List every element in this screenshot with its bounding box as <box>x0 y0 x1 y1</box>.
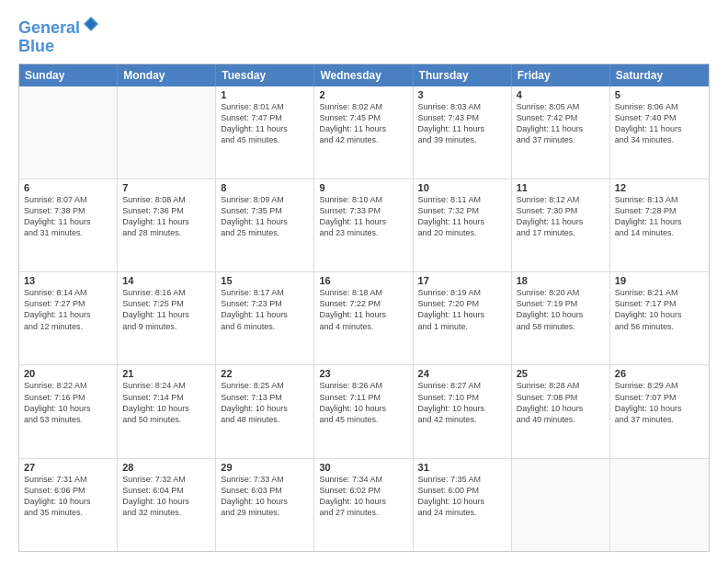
day-number: 20 <box>24 368 112 379</box>
cell-line: Sunrise: 8:05 AM <box>517 101 605 112</box>
calendar-cell: 18Sunrise: 8:20 AMSunset: 7:19 PMDayligh… <box>512 272 610 364</box>
cell-line: Sunrise: 8:07 AM <box>24 194 112 205</box>
cell-line: Daylight: 11 hours <box>615 216 704 227</box>
day-number: 14 <box>122 275 210 286</box>
calendar-cell <box>19 86 118 178</box>
cell-line: Daylight: 11 hours <box>122 309 210 320</box>
cell-line: Sunrise: 8:08 AM <box>122 194 210 205</box>
cell-line: and 4 minutes. <box>319 321 407 332</box>
cell-line: Sunset: 7:33 PM <box>319 205 407 216</box>
cell-line: and 34 minutes. <box>615 134 704 145</box>
cell-line: and 29 minutes. <box>221 507 309 518</box>
cell-line: and 24 minutes. <box>418 507 506 518</box>
cell-line: Daylight: 11 hours <box>319 123 407 134</box>
day-number: 24 <box>418 368 506 379</box>
weekday-header: Wednesday <box>314 64 413 86</box>
cell-line: Daylight: 11 hours <box>319 216 407 227</box>
calendar-cell: 20Sunrise: 8:22 AMSunset: 7:16 PMDayligh… <box>19 365 118 457</box>
cell-line: and 1 minute. <box>418 321 506 332</box>
day-number: 5 <box>615 89 704 100</box>
day-number: 18 <box>517 275 605 286</box>
calendar-cell: 30Sunrise: 7:34 AMSunset: 6:02 PMDayligh… <box>314 459 413 551</box>
cell-line: Sunset: 7:36 PM <box>122 205 210 216</box>
cell-line: and 45 minutes. <box>221 134 309 145</box>
cell-line: Sunrise: 8:03 AM <box>418 101 506 112</box>
cell-line: Sunrise: 8:21 AM <box>615 287 704 298</box>
calendar-cell <box>610 459 709 551</box>
cell-line: Sunset: 7:10 PM <box>418 392 506 403</box>
cell-line: Sunset: 7:45 PM <box>319 112 407 123</box>
calendar-cell: 10Sunrise: 8:11 AMSunset: 7:32 PMDayligh… <box>414 179 512 271</box>
day-number: 1 <box>221 89 309 100</box>
cell-line: Sunrise: 7:32 AM <box>122 474 210 485</box>
day-number: 15 <box>221 275 309 286</box>
day-number: 10 <box>418 182 506 193</box>
cell-line: Sunset: 7:30 PM <box>517 205 605 216</box>
day-number: 16 <box>319 275 407 286</box>
cell-line: Sunset: 7:22 PM <box>319 298 407 309</box>
calendar-cell: 8Sunrise: 8:09 AMSunset: 7:35 PMDaylight… <box>216 179 314 271</box>
cell-line: Sunrise: 7:34 AM <box>319 474 407 485</box>
cell-line: and 17 minutes. <box>517 227 605 238</box>
cell-line: Sunrise: 8:17 AM <box>221 287 309 298</box>
cell-line: and 31 minutes. <box>24 227 112 238</box>
calendar-cell: 26Sunrise: 8:29 AMSunset: 7:07 PMDayligh… <box>610 365 709 457</box>
cell-line: Daylight: 11 hours <box>221 309 309 320</box>
cell-line: Sunset: 7:32 PM <box>418 205 506 216</box>
cell-line: Daylight: 10 hours <box>319 496 407 507</box>
cell-line: and 48 minutes. <box>221 414 309 425</box>
calendar-cell: 22Sunrise: 8:25 AMSunset: 7:13 PMDayligh… <box>216 365 314 457</box>
cell-line: Daylight: 10 hours <box>615 309 704 320</box>
cell-line: Daylight: 10 hours <box>517 403 605 414</box>
cell-line: Sunset: 7:40 PM <box>615 112 704 123</box>
cell-line: Sunset: 7:08 PM <box>517 392 605 403</box>
cell-line: Daylight: 10 hours <box>517 309 605 320</box>
cell-line: Sunset: 7:20 PM <box>418 298 506 309</box>
day-number: 29 <box>221 462 309 473</box>
cell-line: Sunset: 7:19 PM <box>517 298 605 309</box>
day-number: 31 <box>418 462 506 473</box>
cell-line: and 39 minutes. <box>418 134 506 145</box>
day-number: 23 <box>319 368 407 379</box>
logo-icon <box>82 15 100 33</box>
page: General Blue SundayMondayTuesdayWednesda… <box>0 0 728 563</box>
cell-line: and 40 minutes. <box>517 414 605 425</box>
cell-line: Sunrise: 8:01 AM <box>221 101 309 112</box>
cell-line: and 42 minutes. <box>319 134 407 145</box>
cell-line: Daylight: 10 hours <box>24 496 112 507</box>
day-number: 3 <box>418 89 506 100</box>
calendar-week-row: 6Sunrise: 8:07 AMSunset: 7:38 PMDaylight… <box>19 178 709 271</box>
cell-line: Sunrise: 8:26 AM <box>319 380 407 391</box>
cell-line: Sunrise: 8:16 AM <box>122 287 210 298</box>
cell-line: Sunrise: 8:13 AM <box>615 194 704 205</box>
calendar-cell: 9Sunrise: 8:10 AMSunset: 7:33 PMDaylight… <box>314 179 413 271</box>
weekday-header: Monday <box>118 64 216 86</box>
weekday-header: Sunday <box>19 64 118 86</box>
calendar-body: 1Sunrise: 8:01 AMSunset: 7:47 PMDaylight… <box>19 86 709 551</box>
calendar-cell: 31Sunrise: 7:35 AMSunset: 6:00 PMDayligh… <box>414 459 512 551</box>
day-number: 21 <box>122 368 210 379</box>
calendar-cell: 16Sunrise: 8:18 AMSunset: 7:22 PMDayligh… <box>314 272 413 364</box>
cell-line: Daylight: 11 hours <box>24 309 112 320</box>
calendar-cell: 15Sunrise: 8:17 AMSunset: 7:23 PMDayligh… <box>216 272 314 364</box>
cell-line: Sunset: 7:38 PM <box>24 205 112 216</box>
calendar-cell: 6Sunrise: 8:07 AMSunset: 7:38 PMDaylight… <box>19 179 118 271</box>
cell-line: Sunrise: 7:33 AM <box>221 474 309 485</box>
cell-line: Sunrise: 8:25 AM <box>221 380 309 391</box>
calendar: SundayMondayTuesdayWednesdayThursdayFrid… <box>18 63 710 552</box>
cell-line: Sunrise: 8:09 AM <box>221 194 309 205</box>
logo-text: General Blue <box>18 15 100 56</box>
day-number: 22 <box>221 368 309 379</box>
weekday-header: Tuesday <box>216 64 314 86</box>
calendar-week-row: 13Sunrise: 8:14 AMSunset: 7:27 PMDayligh… <box>19 271 709 364</box>
day-number: 6 <box>24 182 112 193</box>
day-number: 25 <box>517 368 605 379</box>
cell-line: Sunset: 7:28 PM <box>615 205 704 216</box>
cell-line: Sunrise: 7:31 AM <box>24 474 112 485</box>
cell-line: Daylight: 10 hours <box>221 403 309 414</box>
calendar-week-row: 1Sunrise: 8:01 AMSunset: 7:47 PMDaylight… <box>19 86 709 178</box>
cell-line: and 56 minutes. <box>615 321 704 332</box>
day-number: 17 <box>418 275 506 286</box>
cell-line: Sunset: 6:02 PM <box>319 485 407 496</box>
calendar-cell: 7Sunrise: 8:08 AMSunset: 7:36 PMDaylight… <box>118 179 216 271</box>
